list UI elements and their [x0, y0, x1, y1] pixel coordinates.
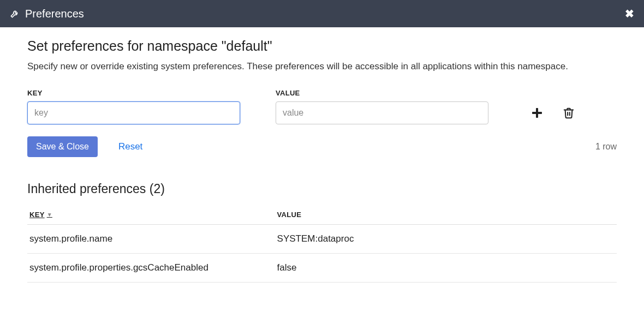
add-row-button[interactable]	[529, 105, 545, 121]
value-label: VALUE	[276, 89, 488, 97]
sort-desc-icon: ▼	[47, 212, 52, 218]
page-title: Set preferences for namespace "default"	[27, 38, 617, 54]
reset-button[interactable]: Reset	[116, 138, 145, 155]
table-row: system.profile.name SYSTEM:dataproc	[27, 224, 617, 253]
inherited-key-header[interactable]: KEY ▼	[27, 205, 275, 225]
inherited-value-cell: SYSTEM:dataproc	[275, 224, 617, 253]
table-row: system.profile.properties.gcsCacheEnable…	[27, 253, 617, 282]
delete-row-button[interactable]	[561, 105, 576, 121]
inherited-key-cell: system.profile.properties.gcsCacheEnable…	[27, 253, 275, 282]
svg-rect-1	[532, 112, 542, 114]
form-actions: Save & Close Reset 1 row	[27, 136, 617, 157]
value-field-group: VALUE	[276, 89, 488, 124]
inherited-key-cell: system.profile.name	[27, 224, 275, 253]
form-actions-left: Save & Close Reset	[27, 136, 145, 157]
row-action-icons	[529, 101, 576, 124]
trash-icon	[563, 106, 575, 119]
value-input[interactable]	[276, 101, 488, 124]
inherited-header-row: KEY ▼ VALUE	[27, 205, 617, 225]
save-close-button[interactable]: Save & Close	[27, 136, 98, 157]
key-label: KEY	[27, 89, 240, 97]
preference-form-row: KEY VALUE	[27, 89, 617, 124]
inherited-key-header-label: KEY	[29, 211, 45, 219]
page-description: Specify new or override existing system …	[27, 59, 617, 74]
plus-icon	[530, 106, 544, 119]
modal-body: Set preferences for namespace "default" …	[0, 27, 644, 293]
key-input[interactable]	[27, 101, 240, 124]
inherited-value-header: VALUE	[275, 205, 617, 225]
row-count: 1 row	[595, 142, 617, 152]
inherited-value-cell: false	[275, 253, 617, 282]
modal-title: Preferences	[25, 8, 84, 20]
wrench-icon	[10, 9, 20, 19]
preferences-modal: Preferences ✖ Set preferences for namesp…	[0, 0, 644, 293]
inherited-table: KEY ▼ VALUE system.profile.name SYSTEM:d…	[27, 205, 617, 283]
close-icon[interactable]: ✖	[625, 7, 634, 20]
key-field-group: KEY	[27, 89, 240, 124]
modal-header-left: Preferences	[10, 8, 84, 20]
inherited-section-title: Inherited preferences (2)	[27, 182, 617, 196]
modal-header: Preferences ✖	[0, 0, 644, 27]
